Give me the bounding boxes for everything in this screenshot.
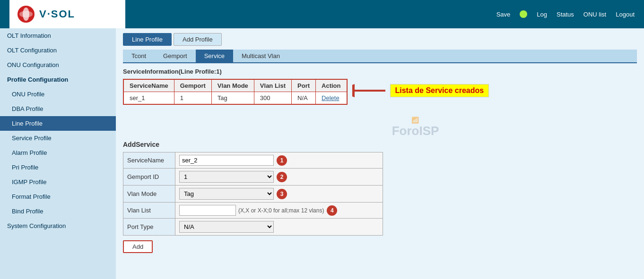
cell-gemport: 1 bbox=[174, 92, 211, 105]
log-link[interactable]: Log bbox=[537, 11, 547, 18]
vlan-list-label: Vlan List bbox=[123, 203, 175, 219]
gemport-id-label: Gemport ID bbox=[123, 169, 175, 186]
form-row-vlan-mode: Vlan Mode Tag Transparent Translation 3 bbox=[123, 186, 383, 203]
col-gemport: Gemport bbox=[174, 79, 211, 92]
sidebar-item-bind-profile[interactable]: Bind Profile bbox=[0, 204, 116, 219]
header-right: Save Log Status ONU list Logout bbox=[496, 10, 635, 18]
layout: OLT Information OLT Configuration ONU Co… bbox=[0, 28, 644, 279]
content-wrapper: ServiceInformation(Line Profile:1) Servi… bbox=[123, 68, 637, 253]
gemport-id-select[interactable]: 1 2 3 4 bbox=[179, 171, 274, 183]
gemport-id-cell: 1 2 3 4 2 bbox=[175, 169, 383, 186]
save-label: Save bbox=[496, 11, 511, 18]
badge-2: 2 bbox=[277, 172, 287, 182]
watermark-area: 📶 ForoISP bbox=[194, 117, 637, 138]
vlan-list-input[interactable] bbox=[179, 205, 236, 216]
tab-add-profile[interactable]: Add Profile bbox=[174, 33, 222, 46]
table-row: ser_1 1 Tag 300 N/A Delete bbox=[123, 92, 347, 105]
vlan-mode-label: Vlan Mode bbox=[123, 186, 175, 203]
sidebar-item-dba-profile[interactable]: DBA Profile bbox=[0, 101, 116, 116]
badge-4: 4 bbox=[327, 205, 337, 216]
vlan-list-cell: (X,X or X-X;0 for all;max 12 vlans) 4 bbox=[175, 203, 383, 219]
status-link[interactable]: Status bbox=[557, 11, 574, 18]
port-type-label: Port Type bbox=[123, 219, 175, 236]
cell-vlan-mode: Tag bbox=[211, 92, 254, 105]
header: V·SOL Save Log Status ONU list Logout bbox=[0, 0, 644, 28]
annotation-label: Lista de Service creados bbox=[390, 84, 489, 97]
sidebar-item-alarm-profile[interactable]: Alarm Profile bbox=[0, 145, 116, 160]
sidebar-item-pri-profile[interactable]: Pri Profile bbox=[0, 160, 116, 175]
sidebar-item-onu-profile[interactable]: ONU Profile bbox=[0, 87, 116, 101]
sidebar-item-format-profile[interactable]: Format Profile bbox=[0, 189, 116, 204]
form-row-gemport-id: Gemport ID 1 2 3 4 2 bbox=[123, 169, 383, 186]
col-action: Action bbox=[316, 79, 347, 92]
service-name-input[interactable] bbox=[179, 155, 274, 166]
tab-service[interactable]: Service bbox=[196, 50, 233, 62]
add-service-title: AddService bbox=[123, 141, 637, 148]
sidebar-item-line-profile[interactable]: Line Profile bbox=[0, 116, 116, 131]
cell-action: Delete bbox=[316, 92, 347, 105]
sidebar-item-profile-config: Profile Configuration bbox=[0, 72, 116, 87]
service-table: ServiceName Gemport Vlan Mode Vlan List … bbox=[123, 79, 348, 105]
logo-area: V·SOL bbox=[9, 0, 125, 28]
tab-multicast-vlan[interactable]: Multicast Vlan bbox=[233, 50, 288, 62]
form-row-vlan-list: Vlan List (X,X or X-X;0 for all;max 12 v… bbox=[123, 203, 383, 219]
onu-list-link[interactable]: ONU list bbox=[583, 11, 606, 18]
tab-tcont[interactable]: Tcont bbox=[123, 50, 155, 62]
status-dot bbox=[520, 10, 527, 18]
cell-service-name: ser_1 bbox=[123, 92, 174, 105]
port-type-select[interactable]: N/A LAN CATV bbox=[179, 221, 274, 233]
tab-line-profile[interactable]: Line Profile bbox=[123, 33, 172, 46]
col-service-name: ServiceName bbox=[123, 79, 174, 92]
badge-1: 1 bbox=[277, 155, 287, 166]
sidebar-item-system-config[interactable]: System Configuration bbox=[0, 219, 116, 233]
col-port: Port bbox=[292, 79, 316, 92]
vlan-list-hint: (X,X or X-X;0 for all;max 12 vlans) bbox=[238, 207, 324, 214]
port-type-cell: N/A LAN CATV bbox=[175, 219, 383, 236]
delete-link[interactable]: Delete bbox=[322, 94, 339, 101]
svg-point-2 bbox=[19, 11, 33, 17]
service-name-label: ServiceName bbox=[123, 152, 175, 169]
col-vlan-list: Vlan List bbox=[254, 79, 291, 92]
service-name-cell: 1 bbox=[175, 152, 383, 169]
sidebar-item-service-profile[interactable]: Service Profile bbox=[0, 131, 116, 145]
col-vlan-mode: Vlan Mode bbox=[211, 79, 254, 92]
badge-3: 3 bbox=[277, 189, 287, 199]
vlan-mode-cell: Tag Transparent Translation 3 bbox=[175, 186, 383, 203]
add-service-form: ServiceName 1 Gemport ID bbox=[123, 152, 383, 236]
cell-port: N/A bbox=[292, 92, 316, 105]
tabs-row-2: Tcont Gemport Service Multicast Vlan bbox=[123, 50, 637, 63]
form-row-service-name: ServiceName 1 bbox=[123, 152, 383, 169]
form-row-port-type: Port Type N/A LAN CATV bbox=[123, 219, 383, 236]
logo-text: V·SOL bbox=[39, 8, 75, 20]
add-button[interactable]: Add bbox=[123, 240, 153, 253]
watermark-text: ForoISP bbox=[194, 124, 637, 138]
sidebar-item-olt-config[interactable]: OLT Configuration bbox=[0, 43, 116, 58]
sidebar: OLT Information OLT Configuration ONU Co… bbox=[0, 28, 116, 279]
vlan-mode-select[interactable]: Tag Transparent Translation bbox=[179, 188, 274, 200]
cell-vlan-list: 300 bbox=[254, 92, 291, 105]
logout-link[interactable]: Logout bbox=[616, 11, 635, 18]
sidebar-item-onu-config[interactable]: ONU Configuration bbox=[0, 58, 116, 72]
vsol-logo-icon bbox=[17, 5, 35, 24]
tabs-row-1: Line Profile Add Profile bbox=[123, 33, 637, 46]
tab-gemport[interactable]: Gemport bbox=[155, 50, 196, 62]
sidebar-item-igmp-profile[interactable]: IGMP Profile bbox=[0, 175, 116, 189]
service-info-title: ServiceInformation(Line Profile:1) bbox=[123, 68, 637, 75]
sidebar-item-olt-info[interactable]: OLT Information bbox=[0, 28, 116, 43]
arrow-icon bbox=[352, 84, 390, 98]
main-content: Line Profile Add Profile Tcont Gemport S… bbox=[116, 28, 644, 279]
